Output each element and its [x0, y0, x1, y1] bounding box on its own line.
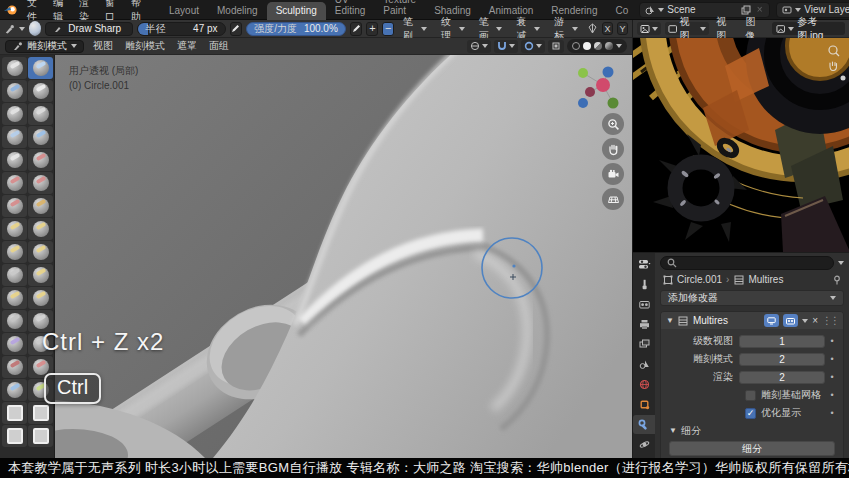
- properties-tab-scene[interactable]: [633, 355, 655, 374]
- brush-draw-sharp[interactable]: [28, 57, 53, 79]
- reference-image-view[interactable]: [632, 38, 849, 252]
- brush-grab[interactable]: [28, 218, 53, 240]
- brush-elastic-deform[interactable]: [2, 241, 27, 263]
- proportional-editing-dropdown[interactable]: [521, 40, 545, 53]
- pan-hand-button[interactable]: [602, 138, 624, 160]
- brush-multiplane-scrape[interactable]: [28, 195, 53, 217]
- expand-arrow-icon[interactable]: ▼: [666, 316, 674, 325]
- breadcrumb-modifier[interactable]: Multires: [748, 274, 783, 285]
- gizmo-axis-z[interactable]: [603, 67, 614, 78]
- brush-clay-thumb[interactable]: [2, 103, 27, 125]
- add-brush-button[interactable]: +: [366, 22, 378, 36]
- keyframe-dot-icon[interactable]: •: [825, 408, 839, 418]
- brush-pinch[interactable]: [2, 218, 27, 240]
- strength-slider[interactable]: 强度/力度 100.0%: [246, 22, 346, 36]
- brush-slide-relax[interactable]: [28, 287, 53, 309]
- transform-orientation-dropdown[interactable]: [467, 40, 491, 53]
- keyframe-dot-icon[interactable]: •: [825, 336, 839, 346]
- brush-clay-strips[interactable]: [28, 80, 53, 102]
- display-render-toggle[interactable]: [783, 314, 798, 327]
- tab-compositing[interactable]: Co: [606, 2, 637, 20]
- keyframe-dot-icon[interactable]: •: [825, 372, 839, 382]
- radius-slider[interactable]: 半径 47 px: [137, 22, 225, 36]
- brush-snake-hook[interactable]: [28, 241, 53, 263]
- unlink-icon[interactable]: ×: [754, 4, 765, 15]
- gizmo-axis-x-neg[interactable]: [585, 87, 595, 97]
- brush-boundary[interactable]: [2, 310, 27, 332]
- shading-rendered-button[interactable]: [605, 42, 613, 50]
- brush-crease[interactable]: [2, 149, 27, 171]
- sculpt-base-mesh-checkbox[interactable]: [745, 390, 756, 401]
- properties-tab-world[interactable]: [633, 375, 655, 394]
- properties-tab-physics[interactable]: [633, 435, 655, 454]
- subtract-brush-button[interactable]: −: [382, 22, 394, 36]
- brush-box-mask[interactable]: [2, 402, 27, 424]
- brush-nudge[interactable]: [28, 264, 53, 286]
- properties-tab-object[interactable]: [633, 395, 655, 414]
- brush-rotate[interactable]: [2, 287, 27, 309]
- viewport-3d[interactable]: 用户透视 (局部) (0) Circle.001: [55, 55, 632, 458]
- properties-tab-output[interactable]: [633, 315, 655, 334]
- brush-inflate[interactable]: [2, 126, 27, 148]
- keyframe-dot-icon[interactable]: •: [825, 354, 839, 364]
- shading-material-button[interactable]: [594, 42, 602, 50]
- brush-scrape[interactable]: [2, 195, 27, 217]
- image-datablock[interactable]: 参考图.jpg: [772, 22, 845, 35]
- brush-flatten[interactable]: [2, 172, 27, 194]
- menu-mask[interactable]: 遮罩: [174, 39, 200, 53]
- display-viewport-toggle[interactable]: [764, 314, 779, 327]
- mode-selector[interactable]: 雕刻模式: [5, 40, 84, 53]
- tab-uv-editing[interactable]: UV Editing: [326, 0, 375, 20]
- brush-pose[interactable]: [2, 333, 27, 355]
- menu-view[interactable]: 视图: [90, 39, 116, 53]
- modifier-panel-header[interactable]: ▼ Multires × ⋮⋮: [661, 312, 843, 329]
- brush-box-hide[interactable]: [28, 402, 53, 424]
- brush-mask[interactable]: [2, 356, 27, 378]
- editor-type-dropdown[interactable]: [637, 22, 661, 35]
- modifier-extras-dropdown[interactable]: [802, 319, 808, 323]
- pin-icon[interactable]: [831, 274, 842, 285]
- brush-displacement-eraser[interactable]: [2, 379, 27, 401]
- menu-sculpt[interactable]: 雕刻模式: [122, 39, 168, 53]
- show-gizmo-toggle[interactable]: [548, 40, 564, 53]
- render-levels-value[interactable]: 2: [739, 371, 825, 384]
- gizmo-axis-z-neg[interactable]: [578, 98, 588, 108]
- shading-dropdown[interactable]: [616, 44, 622, 48]
- brush-name-field[interactable]: Draw Sharp: [45, 22, 133, 36]
- properties-search-input[interactable]: [660, 256, 834, 270]
- camera-view-button[interactable]: [602, 163, 624, 185]
- brush-blob[interactable]: [28, 126, 53, 148]
- breadcrumb-object[interactable]: Circle.001: [677, 274, 722, 285]
- subdivision-section-header[interactable]: ▼ 细分: [661, 423, 839, 438]
- properties-tab-tool[interactable]: [633, 275, 655, 294]
- drag-handle-icon[interactable]: ⋮⋮: [822, 315, 838, 326]
- sculpt-levels-value[interactable]: 2: [739, 353, 825, 366]
- perspective-toggle-button[interactable]: [602, 188, 624, 210]
- new-copy-icon[interactable]: [740, 4, 751, 15]
- display-mode-dropdown[interactable]: 视图: [665, 22, 709, 35]
- properties-tab-render[interactable]: [633, 295, 655, 314]
- brush-box-face-set[interactable]: [2, 425, 27, 447]
- snapping-toggle[interactable]: [494, 40, 518, 53]
- radius-pressure-button[interactable]: [230, 22, 243, 36]
- properties-tab-view-layer[interactable]: [633, 335, 655, 354]
- brush-box-trim[interactable]: [28, 425, 53, 447]
- gizmo-axis-y-neg[interactable]: [608, 98, 619, 109]
- close-modifier-icon[interactable]: ×: [812, 315, 818, 326]
- blender-logo-icon[interactable]: [4, 3, 18, 17]
- shading-solid-button[interactable]: [583, 42, 591, 50]
- brush-smooth[interactable]: [28, 149, 53, 171]
- menu-face-sets[interactable]: 面组: [206, 39, 232, 53]
- gizmo-axis-x[interactable]: [596, 78, 610, 92]
- filter-dropdown[interactable]: [838, 261, 844, 265]
- tab-sculpting[interactable]: Sculpting: [267, 2, 326, 20]
- keyframe-dot-icon[interactable]: •: [825, 390, 839, 400]
- brush-preview-thumbnail[interactable]: [29, 21, 41, 36]
- brush-draw[interactable]: [2, 57, 27, 79]
- properties-editor-type-dropdown[interactable]: [633, 255, 655, 274]
- tab-layout[interactable]: Layout: [160, 2, 208, 20]
- subdivide-button[interactable]: 细分: [669, 441, 835, 456]
- tab-modeling[interactable]: Modeling: [208, 2, 267, 20]
- strength-pressure-button[interactable]: [350, 22, 363, 36]
- optimal-display-checkbox[interactable]: ✓: [745, 408, 756, 419]
